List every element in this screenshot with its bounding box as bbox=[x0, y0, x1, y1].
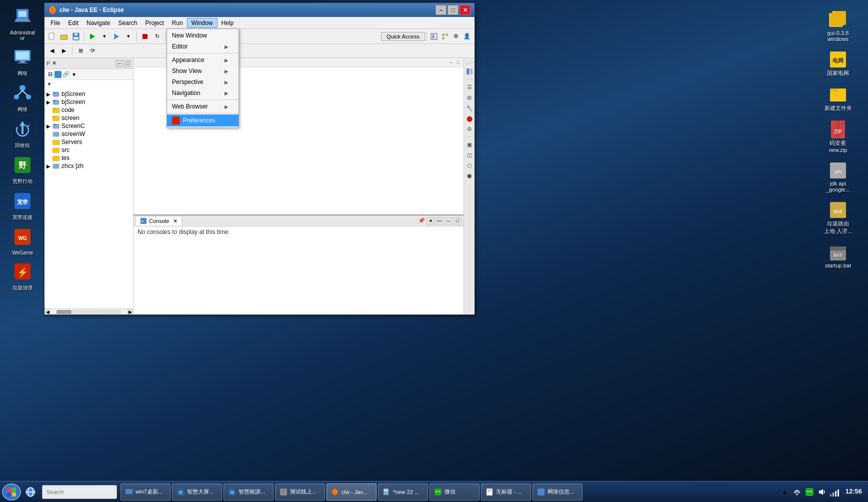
menu-project[interactable]: Project bbox=[141, 18, 168, 28]
desktop-icon-guojiadianwang[interactable]: 电网 国家电网 bbox=[818, 50, 858, 77]
console-maximize-btn[interactable]: □ bbox=[454, 217, 462, 225]
wechat-tray-icon[interactable] bbox=[804, 484, 815, 500]
sound-tray-icon[interactable] bbox=[816, 484, 828, 500]
tree-item-code[interactable]: code bbox=[44, 106, 133, 114]
signal-tray-icon[interactable] bbox=[829, 484, 840, 500]
toolbar-perspective-btn[interactable] bbox=[428, 31, 440, 42]
toolbar2-back-btn[interactable]: ◀ bbox=[46, 46, 58, 56]
toolbar-debug-btn[interactable] bbox=[111, 31, 122, 42]
sidebar-icon-network[interactable]: 网络 bbox=[4, 81, 42, 113]
window-menu-show-view[interactable]: Show View ▶ bbox=[167, 66, 238, 76]
link-editor-btn[interactable]: 🔗 bbox=[62, 71, 70, 78]
sidebar-icon-wegame[interactable]: WG WeGame bbox=[4, 225, 42, 256]
sidebar-icon-administrator[interactable]: Administrator bbox=[4, 5, 42, 41]
toolbar-run-btn[interactable] bbox=[87, 31, 98, 42]
toolbar-view-btn[interactable] bbox=[440, 31, 450, 42]
menu-window[interactable]: Window bbox=[187, 18, 218, 28]
desktop-icon-zip[interactable]: ZIP 码安斋new.zip bbox=[818, 120, 858, 153]
menu-edit[interactable]: Edit bbox=[64, 18, 82, 28]
tree-item-screenw[interactable]: screenW bbox=[44, 130, 133, 138]
console-view-dropdown[interactable]: ▾ bbox=[426, 217, 434, 225]
network-tray-icon[interactable] bbox=[792, 484, 802, 500]
sidebar-icon-recycle[interactable]: 回收站 bbox=[4, 117, 42, 149]
vert-btn-3[interactable]: ⊞ bbox=[465, 93, 474, 102]
tree-item-zhcx[interactable]: ▶ zhcx [zh bbox=[44, 162, 133, 170]
window-menu-new-window[interactable]: New Window bbox=[167, 30, 238, 41]
desktop-icon-gui[interactable]: gui-0.3.8windows bbox=[818, 10, 858, 42]
tree-item-servers[interactable]: Servers bbox=[44, 138, 133, 146]
window-menu-editor[interactable]: Editor ▶ bbox=[167, 41, 238, 52]
menu-navigate[interactable]: Navigate bbox=[82, 18, 114, 28]
taskbar-app-network[interactable]: 网络信息... bbox=[532, 484, 582, 500]
desktop-icon-jdkapi[interactable]: API jdk api_google... bbox=[818, 160, 858, 192]
toolbar-new-btn[interactable] bbox=[46, 31, 58, 42]
tree-item-screenc[interactable]: ▶ ScreenC bbox=[44, 122, 133, 130]
toolbar-open-btn[interactable] bbox=[58, 31, 70, 42]
vert-btn-7[interactable]: ▣ bbox=[465, 140, 474, 149]
maximize-button[interactable]: □ bbox=[448, 5, 458, 15]
toolbar-refresh-btn[interactable]: ↻ bbox=[152, 31, 162, 42]
toolbar-run-dropdown[interactable]: ▾ bbox=[99, 31, 110, 42]
start-button[interactable] bbox=[2, 484, 21, 500]
window-menu-web-browser[interactable]: Web Browser ▶ bbox=[167, 101, 238, 112]
sidebar-icon-computer[interactable]: 网络 bbox=[4, 45, 42, 77]
toolbar-person-btn[interactable]: 👤 bbox=[462, 31, 472, 42]
panel-header-close-icon[interactable]: ✕ bbox=[52, 60, 56, 66]
sidebar-icon-cleaner[interactable]: ⚡ 垃圾清理 bbox=[4, 260, 42, 292]
window-menu-perspective[interactable]: Perspective ▶ bbox=[167, 76, 238, 88]
taskbar-app-notepad[interactable]: 无标题 - ... bbox=[481, 484, 531, 500]
vert-btn-4[interactable]: 🔧 bbox=[465, 104, 474, 112]
editor-maximize-btn[interactable]: □ bbox=[454, 59, 462, 66]
menu-search[interactable]: Search bbox=[114, 18, 141, 28]
window-menu-appearance[interactable]: Appearance ▶ bbox=[167, 54, 238, 66]
collapse-all-btn[interactable]: ⊟ bbox=[46, 71, 54, 78]
desktop-icon-startup[interactable]: BAT startup.bat bbox=[818, 242, 858, 268]
tree-item-screen[interactable]: screen bbox=[44, 114, 133, 122]
panel-menu-btn[interactable]: ▾ bbox=[70, 71, 78, 78]
panel-maximize-btn[interactable]: □ bbox=[124, 60, 131, 67]
toolbar-debug-dropdown[interactable]: ▾ bbox=[123, 31, 134, 42]
taskbar-app-eclipse[interactable]: clw - Jav... bbox=[326, 484, 376, 500]
console-minimize-btn[interactable]: ─ bbox=[444, 217, 452, 225]
taskbar-app-zhinengyuan[interactable]: 能 智慧能源... bbox=[224, 484, 274, 500]
vert-btn-1[interactable] bbox=[465, 67, 474, 76]
toolbar2-hierarchy-btn[interactable]: ⊞ bbox=[75, 46, 86, 56]
pkg-explorer-icon-btn[interactable] bbox=[54, 71, 62, 78]
minimize-button[interactable]: – bbox=[436, 5, 446, 15]
taskbar-ie-icon[interactable] bbox=[22, 484, 38, 500]
taskbar-app-ceshi[interactable]: 测试线上... bbox=[275, 484, 325, 500]
vert-btn-5[interactable]: ⬤ bbox=[465, 114, 474, 123]
console-pin-btn[interactable]: 📌 bbox=[418, 217, 426, 225]
tree-item-bjscreen2[interactable]: ▶ bjScreen bbox=[44, 98, 133, 106]
sidebar-icon-wild[interactable]: 野 荒野行动 bbox=[4, 153, 42, 185]
taskbar-app-weixin[interactable]: 微信 bbox=[430, 484, 480, 500]
toolbar-gear-btn[interactable]: ⚙ bbox=[450, 31, 462, 42]
taskbar-clock[interactable]: 12:56 bbox=[842, 488, 866, 496]
toolbar-stop-btn[interactable] bbox=[140, 31, 150, 42]
editor-minimize-btn[interactable]: ─ bbox=[448, 59, 454, 66]
toolbar-save-btn[interactable] bbox=[70, 31, 82, 42]
menu-help[interactable]: Help bbox=[218, 18, 238, 28]
vert-btn-2[interactable]: ☰ bbox=[465, 82, 474, 92]
tree-item-src[interactable]: src bbox=[44, 146, 133, 154]
menu-file[interactable]: File bbox=[46, 18, 64, 28]
quick-access-button[interactable]: Quick Access bbox=[381, 32, 425, 41]
vert-btn-10[interactable]: ⬢ bbox=[465, 172, 474, 180]
console-close-icon[interactable]: ✕ bbox=[173, 218, 178, 224]
vert-btn-8[interactable]: ◫ bbox=[465, 150, 474, 160]
tree-item-bjscreen1[interactable]: ▶ bjScreen bbox=[44, 90, 133, 98]
menu-run[interactable]: Run bbox=[168, 18, 187, 28]
collapse-tree-btn[interactable]: ▼ bbox=[44, 80, 133, 88]
show-hidden-icons-btn[interactable]: ▲ bbox=[780, 484, 790, 500]
desktop-icon-xinwenjian[interactable]: 新建文件夹 bbox=[818, 84, 858, 112]
window-menu-navigation[interactable]: Navigation ▶ bbox=[167, 88, 238, 98]
console-clear-btn[interactable] bbox=[436, 217, 444, 225]
toolbar2-sync-btn[interactable]: ⟳ bbox=[87, 46, 98, 56]
window-menu-preferences[interactable]: Preferences bbox=[167, 114, 238, 126]
taskbar-search-input[interactable] bbox=[42, 485, 117, 499]
close-button[interactable]: ✕ bbox=[460, 5, 470, 15]
sidebar-icon-broadband[interactable]: 宽带 宽带连接 bbox=[4, 189, 42, 221]
taskbar-app-zhidapin[interactable]: 智 智慧大屏... bbox=[172, 484, 222, 500]
h-scrollbar[interactable]: ◀ ▶ bbox=[44, 308, 133, 314]
toolbar2-fwd-btn[interactable]: ▶ bbox=[58, 46, 70, 56]
